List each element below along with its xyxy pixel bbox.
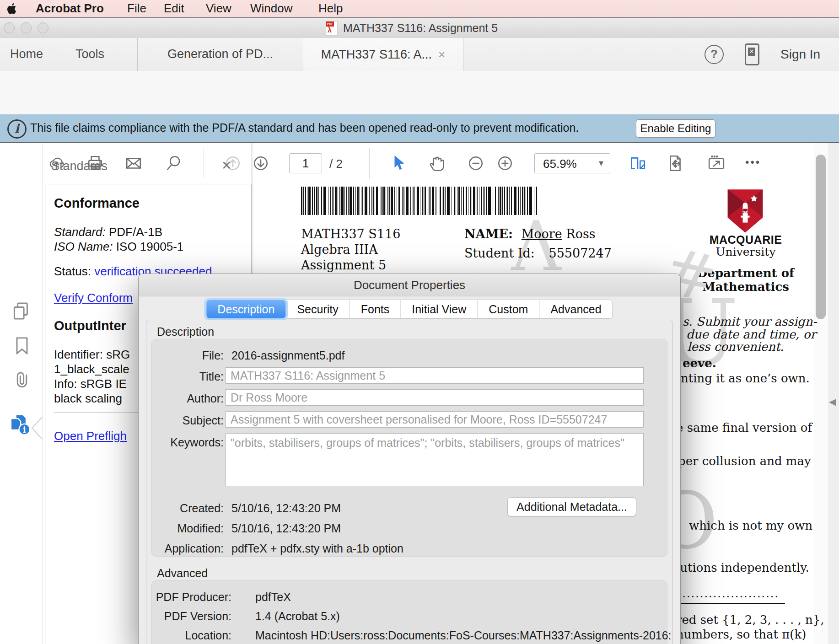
tab-tools[interactable]: Tools: [75, 47, 104, 61]
menu-app-name[interactable]: Acrobat Pro: [36, 1, 104, 16]
mobile-device-icon[interactable]: ✕: [745, 43, 759, 65]
menu-bar: Acrobat Pro File Edit View Window Help: [0, 0, 839, 17]
window-title-bar: PDF λ MATH337 S116: Assignment 5: [0, 17, 839, 38]
pdf-file-icon: PDF λ: [326, 21, 338, 36]
conformance-heading: Conformance: [54, 196, 140, 211]
doc-tab-inactive[interactable]: Generation of PD...: [137, 47, 303, 61]
traffic-light-zoom-button[interactable]: [38, 22, 48, 33]
author-field[interactable]: Dr Ross Moore: [226, 389, 644, 406]
doc-fragment: s. Submit your assign-: [683, 315, 817, 328]
navigation-pane-strip: i: [0, 143, 43, 644]
menu-help[interactable]: Help: [318, 1, 343, 16]
verify-conformance-link[interactable]: Verify Conform: [54, 291, 133, 305]
tab-close-icon[interactable]: ×: [438, 48, 445, 62]
open-preflight-link[interactable]: Open Prefligh: [54, 429, 127, 443]
doc-tab-active[interactable]: MATH337 S116: A... ×: [303, 38, 463, 71]
zoom-in-button[interactable]: [495, 153, 515, 173]
menu-view[interactable]: View: [206, 1, 231, 16]
bookmarks-icon[interactable]: [12, 336, 32, 358]
scrollbar-thumb[interactable]: [816, 155, 826, 319]
iso-line: ISO Name: ISO 19005-1: [54, 240, 183, 254]
menu-file[interactable]: File: [127, 1, 146, 16]
location-value: Macintosh HD:Users:ross:Documents:FoS-Co…: [255, 629, 672, 642]
email-button[interactable]: [124, 153, 144, 173]
additional-metadata-button[interactable]: Additional Metadata...: [507, 497, 636, 516]
tab-custom[interactable]: Custom: [477, 300, 539, 318]
apple-logo[interactable]: [6, 3, 17, 15]
standard-line: Standard: PDF/A-1B: [54, 225, 162, 239]
doc-rule-line: [675, 603, 785, 604]
right-pane-strip: [828, 143, 839, 644]
fullscreen-button[interactable]: [706, 153, 726, 173]
traffic-light-close-button[interactable]: [4, 22, 15, 33]
author-label: Author:: [148, 392, 224, 405]
enable-editing-button[interactable]: Enable Editing: [636, 119, 715, 138]
panel-pointer-notch: [30, 416, 43, 440]
tab-security[interactable]: Security: [285, 300, 349, 318]
pdfa-notification-bar: i This file claims compliance with the P…: [0, 114, 839, 143]
pdf-producer-label: PDF Producer:: [148, 590, 231, 604]
pdf-version-value: 1.4 (Acrobat 5.x): [255, 610, 340, 623]
title-label: Title:: [148, 370, 224, 383]
menu-edit[interactable]: Edit: [164, 1, 184, 16]
search-icon[interactable]: [164, 153, 184, 173]
keywords-field[interactable]: "orbits, stabilisers, groups of matrices…: [226, 433, 644, 486]
macquarie-logo: [726, 188, 764, 234]
acrobat-swirl: λ: [328, 26, 332, 34]
fit-width-button[interactable]: [628, 153, 648, 173]
subject-field[interactable]: Assignment 5 with coversheet personalise…: [226, 411, 644, 428]
tab-separator: [463, 38, 463, 71]
doc-name-line: NAME: Moore Ross: [464, 227, 596, 241]
pdf-version-label: PDF Version:: [148, 610, 231, 623]
created-value: 5/10/16, 12:43:20 PM: [231, 502, 341, 515]
attachments-icon[interactable]: [12, 370, 32, 392]
standards-panel-title: Standards: [51, 159, 108, 173]
tab-fonts[interactable]: Fonts: [350, 300, 401, 318]
info-icon: i: [7, 119, 27, 139]
fit-page-button[interactable]: [665, 153, 685, 173]
page-thumbnails-icon[interactable]: [11, 301, 31, 323]
file-label: File:: [148, 349, 224, 362]
identifier-line: Identifier: sRG: [54, 348, 130, 362]
toolbar-separator: [204, 148, 204, 179]
doc-name-first: Moore: [522, 227, 562, 241]
keywords-label: Keywords:: [148, 436, 224, 449]
barcode: [301, 187, 539, 215]
zoom-level-select[interactable]: 65.9% ▾: [534, 153, 610, 173]
hand-tool-button[interactable]: [427, 153, 447, 173]
tab-home[interactable]: Home: [10, 47, 43, 61]
doc-course-code: MATH337 S116: [301, 227, 400, 241]
traffic-light-minimize-button[interactable]: [21, 22, 32, 33]
tab-initial-view[interactable]: Initial View: [400, 300, 477, 318]
tab-description[interactable]: Description: [206, 300, 285, 318]
help-icon[interactable]: ?: [705, 45, 724, 64]
window-title: MATH337 S116: Assignment 5: [343, 21, 498, 35]
doc-name-last: Ross: [566, 227, 595, 241]
zoom-out-button[interactable]: [466, 153, 486, 173]
select-tool-button[interactable]: [389, 153, 409, 173]
menu-window[interactable]: Window: [250, 1, 292, 16]
sign-in-button[interactable]: Sign In: [780, 47, 820, 62]
file-value: 2016-assignment5.pdf: [231, 349, 344, 362]
created-label: Created:: [148, 502, 224, 515]
doc-fragment: eeve.: [683, 356, 716, 370]
doc-fragment: lutions independently.: [676, 561, 809, 574]
toolbar-separator: [369, 148, 370, 179]
tab-advanced[interactable]: Advanced: [539, 300, 612, 318]
toolbar: 1 / 2 65.9% ▾ •••: [0, 71, 839, 115]
location-label: Location:: [148, 629, 231, 642]
collapse-pane-handle[interactable]: ◀: [829, 396, 836, 407]
doc-fragment: numbers, so that π(k): [676, 628, 806, 641]
document-properties-dialog: Document Properties Description Security…: [138, 274, 681, 644]
close-icon[interactable]: ✕: [221, 158, 232, 173]
advanced-section-heading: Advanced: [157, 567, 208, 580]
doc-fragment: red set {1, 2, 3, . . . , n},: [676, 613, 824, 627]
page-number-input[interactable]: 1: [289, 153, 322, 173]
doc-assignment: Assignment 5: [301, 258, 386, 272]
doc-fragment: less convenient.: [687, 340, 784, 354]
more-tools-icon[interactable]: •••: [745, 156, 761, 169]
title-field[interactable]: MATH337 S116: Assignment 5: [226, 367, 644, 384]
info-line2: black scaling: [54, 392, 122, 406]
standards-pane-icon[interactable]: i: [8, 413, 32, 438]
info-line: Info: sRGB IE: [54, 377, 127, 391]
